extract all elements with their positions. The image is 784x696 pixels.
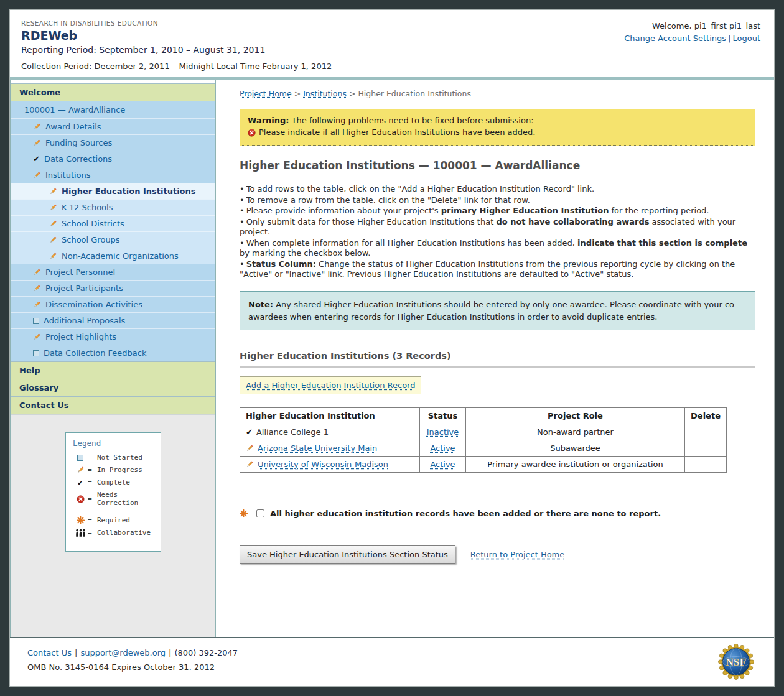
sidebar-footer-area: Legend =Not Started=In Progress✔=Complet… — [11, 414, 215, 637]
sidebar-item-award-details[interactable]: Award Details — [11, 119, 215, 135]
status-link[interactable]: Inactive — [427, 427, 459, 437]
sidebar-item-welcome[interactable]: Welcome — [11, 83, 215, 101]
not-started-icon — [33, 350, 39, 356]
sidebar-item-school-groups[interactable]: School Groups — [11, 232, 215, 248]
institution-link[interactable]: University of Wisconsin-Madison — [258, 460, 388, 469]
warning-item-text: Please indicate if all Higher Education … — [259, 127, 535, 139]
status-link[interactable]: Active — [430, 460, 455, 469]
pencil-icon — [33, 300, 41, 309]
sidebar-item-label[interactable]: K-12 Schools — [62, 203, 113, 212]
sidebar-item-higher-education-institutions[interactable]: Higher Education Institutions — [11, 183, 215, 200]
section-complete-checkbox[interactable] — [256, 509, 264, 517]
institution-link[interactable]: Arizona State University Main — [258, 443, 377, 453]
sidebar-item-label[interactable]: Dissemination Activities — [45, 300, 142, 309]
sidebar-item-data-collection-feedback[interactable]: Data Collection Feedback — [11, 345, 215, 361]
note-text: Any shared Higher Education Institutions… — [248, 300, 737, 322]
sidebar-item-label: Higher Education Institutions — [62, 187, 196, 196]
sidebar-item-contact-us[interactable]: Contact Us — [11, 397, 215, 414]
sidebar-item-project-personnel[interactable]: Project Personnel — [11, 264, 215, 281]
pencil-icon — [246, 444, 254, 452]
sidebar-item-additional-proposals[interactable]: Additional Proposals — [11, 313, 215, 329]
instruction-bullet: •Status Column: Change the status of Hig… — [240, 259, 755, 279]
status-link[interactable]: Active — [430, 443, 455, 453]
save-section-status-button[interactable]: Save Higher Education Institutions Secti… — [240, 545, 455, 564]
sidebar-item-institutions[interactable]: Institutions — [11, 167, 215, 183]
collection-period: Collection Period: December 2, 2011 – Mi… — [21, 62, 763, 71]
sidebar-item-project-highlights[interactable]: Project Highlights — [11, 329, 215, 345]
logout-link[interactable]: Logout — [732, 34, 760, 43]
legend-equals: = — [88, 516, 97, 524]
sidebar-item-label[interactable]: Funding Sources — [45, 138, 112, 147]
breadcrumb-link-institutions[interactable]: Institutions — [303, 89, 347, 98]
sidebar-item-label[interactable]: Project Personnel — [45, 267, 115, 277]
section-complete-label: All higher education institution records… — [270, 509, 661, 518]
reporting-period: Reporting Period: September 1, 2010 – Au… — [21, 45, 763, 55]
sidebar-item-data-corrections[interactable]: ✔Data Corrections — [11, 151, 215, 167]
footer-separator: | — [169, 648, 171, 657]
status-cell: Inactive — [420, 424, 466, 440]
add-record-box[interactable]: Add a Higher Education Institution Recor… — [240, 376, 421, 394]
pencil-icon — [49, 220, 57, 228]
needs-correction-icon — [248, 129, 256, 137]
legend-label: Needs Correction — [97, 491, 156, 507]
legend-row-not-started: =Not Started — [73, 453, 156, 462]
return-to-project-home-link[interactable]: Return to Project Home — [470, 550, 564, 559]
legend-label: In Progress — [97, 466, 156, 474]
legend-label: Required — [97, 516, 156, 524]
legend-equals: = — [88, 478, 97, 486]
sidebar-item-award[interactable]: 100001 — AwardAlliance — [11, 101, 215, 119]
sidebar-item-label[interactable]: Project Highlights — [45, 332, 116, 341]
footer-contact-us-link[interactable]: Contact Us — [27, 648, 72, 657]
footer-omb: OMB No. 3145-0164 Expires October 31, 20… — [27, 662, 774, 672]
sidebar-item-label[interactable]: Additional Proposals — [44, 316, 125, 325]
table-row: Arizona State University MainActiveSubaw… — [240, 440, 727, 457]
delete-cell — [685, 457, 727, 473]
sidebar-item-label[interactable]: School Groups — [62, 235, 120, 244]
status-cell: Active — [420, 440, 466, 457]
sidebar-item-non-academic-organizations[interactable]: Non-Academic Organizations — [11, 248, 215, 264]
footer-email-link[interactable]: support@rdeweb.org — [80, 648, 166, 657]
sidebar-item-label[interactable]: Non-Academic Organizations — [62, 251, 179, 261]
sidebar-item-label[interactable]: Award Details — [45, 122, 101, 131]
sidebar-item-label[interactable]: Data Corrections — [44, 154, 112, 164]
sidebar-item-help[interactable]: Help — [11, 361, 215, 379]
col-status: Status — [420, 408, 466, 424]
check-icon: ✔ — [246, 428, 253, 436]
legend-row-in-progress: =In Progress — [73, 466, 156, 474]
sidebar-item-dissemination-activities[interactable]: Dissemination Activities — [11, 297, 215, 313]
sidebar-item-funding-sources[interactable]: Funding Sources — [11, 135, 215, 151]
pencil-icon — [49, 203, 57, 211]
pencil-icon — [33, 268, 41, 276]
sidebar-item-label[interactable]: Institutions — [45, 170, 91, 180]
bullet-dot: • — [240, 238, 245, 248]
sidebar-item-label[interactable]: Project Participants — [45, 284, 123, 293]
legend-row-collaborative: =Collaborative — [73, 529, 156, 537]
pencil-icon — [33, 284, 41, 292]
note-box: Note: Any shared Higher Education Instit… — [240, 291, 755, 330]
legend-rows: =Not Started=In Progress✔=Complete=Needs… — [73, 453, 156, 537]
sidebar-item-glossary[interactable]: Glossary — [11, 379, 215, 397]
welcome-user: Welcome, pi1_first pi1_last — [624, 20, 760, 32]
sidebar-item-project-participants[interactable]: Project Participants — [11, 281, 215, 297]
account-links: Change Account Settings|Logout — [624, 32, 760, 45]
needs-correction-icon — [77, 495, 85, 503]
table-header-row: Higher Education Institution Status Proj… — [240, 408, 727, 424]
breadcrumb-link-project-home[interactable]: Project Home — [240, 89, 292, 98]
sidebar-section-items: Award DetailsFunding Sources✔Data Correc… — [11, 119, 215, 183]
instruction-bullet: •To add rows to the table, click on the … — [240, 184, 755, 194]
legend-row-required: =Required — [73, 516, 156, 524]
sidebar-item-school-districts[interactable]: School Districts — [11, 216, 215, 232]
sidebar-item-label[interactable]: School Districts — [62, 219, 124, 228]
award-link[interactable]: 100001 — AwardAlliance — [24, 105, 125, 114]
institution-name: Alliance College 1 — [256, 427, 329, 437]
collaborative-icon — [75, 529, 86, 537]
sidebar-item-label[interactable]: Data Collection Feedback — [44, 348, 147, 358]
warning-box: Warning: The following problems need to … — [240, 109, 755, 146]
delete-cell — [685, 440, 727, 457]
add-record-link[interactable]: Add a Higher Education Institution Recor… — [246, 381, 415, 390]
change-account-settings-link[interactable]: Change Account Settings — [624, 34, 726, 43]
sidebar-item-k-12-schools[interactable]: K-12 Schools — [11, 200, 215, 216]
legend-equals: = — [88, 453, 97, 462]
legend-label: Complete — [97, 478, 156, 486]
actions-row: Save Higher Education Institutions Secti… — [240, 545, 755, 564]
